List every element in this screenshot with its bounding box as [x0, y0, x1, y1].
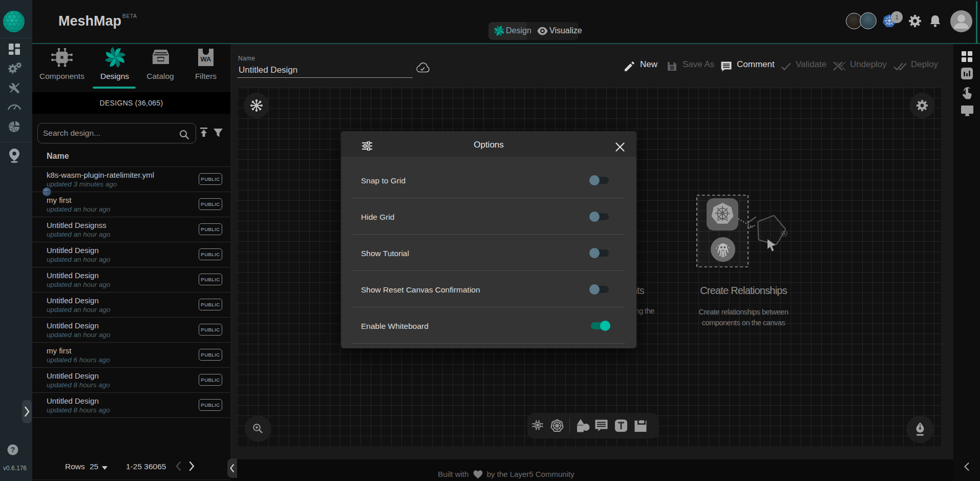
svg-text:?: ? — [11, 446, 15, 454]
